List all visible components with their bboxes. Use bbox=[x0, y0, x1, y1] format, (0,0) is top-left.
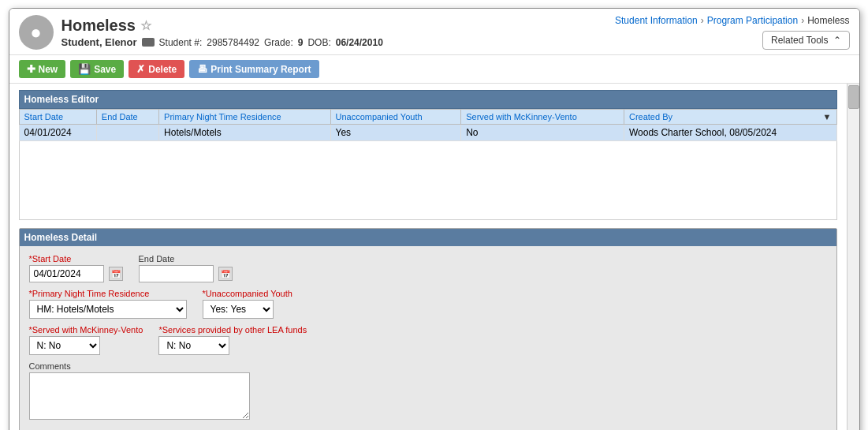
student-number: 2985784492 bbox=[207, 37, 259, 48]
scrollbar[interactable] bbox=[847, 84, 859, 430]
save-icon: 💾 bbox=[78, 63, 91, 75]
comments-textarea[interactable] bbox=[29, 372, 250, 420]
col-end-date[interactable]: End Date bbox=[96, 110, 158, 125]
related-tools-button[interactable]: Related Tools ⌃ bbox=[762, 31, 850, 50]
start-date-input[interactable] bbox=[29, 265, 104, 282]
breadcrumb-student-info[interactable]: Student Information bbox=[615, 15, 698, 26]
col-created-by[interactable]: Created By ▼ bbox=[624, 110, 836, 125]
print-icon: 🖶 bbox=[197, 63, 207, 75]
person-icon: ● bbox=[30, 21, 42, 43]
favorite-icon[interactable]: ☆ bbox=[140, 18, 151, 33]
delete-label: Delete bbox=[148, 64, 177, 75]
header-left: ● Homeless ☆ Student, Elenor Student #: … bbox=[19, 15, 383, 50]
primary-residence-select[interactable]: HM: Hotels/Motels SH: Shelters DB: Doubl… bbox=[29, 300, 187, 319]
table-header-row: Start Date End Date Primary Night Time R… bbox=[19, 110, 836, 125]
title-area: Homeless ☆ Student, Elenor Student #: 29… bbox=[61, 17, 383, 48]
toolbar: ✚ New 💾 Save ✗ Delete 🖶 Print Summary Re… bbox=[9, 55, 859, 84]
print-label: Print Summary Report bbox=[210, 64, 311, 75]
detail-row-comments: Comments bbox=[29, 361, 827, 420]
homeless-detail-header: Homeless Detail bbox=[20, 229, 836, 246]
avatar: ● bbox=[19, 15, 54, 50]
homeless-detail-title: Homeless Detail bbox=[24, 232, 98, 243]
grade-label: Grade: bbox=[264, 37, 293, 48]
header: ● Homeless ☆ Student, Elenor Student #: … bbox=[9, 9, 859, 55]
cell-start-date: 04/01/2024 bbox=[19, 125, 96, 141]
student-info-bar: Student, Elenor Student #: 2985784492 Gr… bbox=[61, 36, 383, 48]
student-number-label: Student #: bbox=[159, 37, 203, 48]
primary-residence-label: *Primary Night Time Residence bbox=[29, 289, 187, 298]
col-primary-residence[interactable]: Primary Night Time Residence bbox=[159, 110, 330, 125]
start-date-field: *Start Date 📅 bbox=[29, 254, 123, 282]
comments-field: Comments bbox=[29, 361, 250, 420]
end-date-calendar-icon[interactable]: 📅 bbox=[218, 267, 233, 281]
col-start-date[interactable]: Start Date bbox=[19, 110, 96, 125]
cell-unaccompanied: Yes bbox=[330, 125, 461, 141]
detail-row-residence: *Primary Night Time Residence HM: Hotels… bbox=[29, 289, 827, 319]
mckinney-label: *Served with McKinney-Vento bbox=[29, 325, 143, 335]
comments-label: Comments bbox=[29, 361, 250, 371]
unaccompanied-youth-field: *Unaccompanied Youth Yes: Yes No: No bbox=[203, 289, 292, 319]
breadcrumb-program-participation[interactable]: Program Participation bbox=[707, 15, 798, 26]
col-served-mckinney[interactable]: Served with McKinney-Vento bbox=[461, 110, 624, 125]
breadcrumb-current: Homeless bbox=[807, 15, 849, 26]
breadcrumb-sep-2: › bbox=[801, 15, 804, 26]
id-card-icon[interactable] bbox=[142, 38, 155, 47]
homeless-editor-title: Homeless Editor bbox=[24, 94, 99, 105]
header-right: Student Information › Program Participat… bbox=[615, 15, 849, 50]
mckinney-select[interactable]: N: No Y: Yes bbox=[29, 336, 100, 355]
save-label: Save bbox=[94, 64, 116, 75]
col-unaccompanied-youth[interactable]: Unaccompanied Youth bbox=[330, 110, 461, 125]
homeless-detail-section: Homeless Detail *Start Date 📅 bbox=[19, 228, 837, 430]
cell-served-mckinney: No bbox=[461, 125, 624, 141]
end-date-input[interactable] bbox=[139, 265, 214, 282]
page-title-text: Homeless bbox=[61, 17, 136, 35]
dob-value: 06/24/2010 bbox=[336, 37, 383, 48]
sort-icon: ▼ bbox=[823, 112, 832, 122]
related-tools-label: Related Tools bbox=[771, 35, 829, 46]
mckinney-field: *Served with McKinney-Vento N: No Y: Yes bbox=[29, 325, 143, 355]
save-button[interactable]: 💾 Save bbox=[70, 60, 124, 78]
breadcrumb-sep-1: › bbox=[701, 15, 704, 26]
primary-residence-field: *Primary Night Time Residence HM: Hotels… bbox=[29, 289, 187, 319]
table-row[interactable]: 04/01/2024 Hotels/Motels Yes No Woods Ch… bbox=[19, 125, 836, 141]
unaccompanied-label: *Unaccompanied Youth bbox=[203, 289, 292, 298]
homeless-editor-table: Start Date End Date Primary Night Time R… bbox=[19, 109, 837, 141]
page-title: Homeless ☆ bbox=[61, 17, 383, 35]
chevron-up-icon: ⌃ bbox=[833, 35, 841, 46]
end-date-label: End Date bbox=[139, 254, 233, 264]
scrollbar-thumb[interactable] bbox=[848, 85, 859, 109]
homeless-editor-header: Homeless Editor bbox=[19, 90, 837, 109]
start-date-calendar-icon[interactable]: 📅 bbox=[109, 267, 123, 281]
print-button[interactable]: 🖶 Print Summary Report bbox=[189, 60, 319, 78]
services-field: *Services provided by other LEA funds N:… bbox=[158, 325, 307, 355]
new-button[interactable]: ✚ New bbox=[19, 60, 66, 78]
cell-end-date bbox=[96, 125, 158, 141]
plus-icon: ✚ bbox=[27, 63, 35, 75]
left-panel: Homeless Editor Start Date End Date Prim… bbox=[9, 84, 847, 430]
breadcrumb: Student Information › Program Participat… bbox=[615, 15, 849, 26]
end-date-row: 📅 bbox=[139, 265, 233, 282]
detail-row-dates: *Start Date 📅 End Date 📅 bbox=[29, 254, 827, 282]
main-content: Homeless Editor Start Date End Date Prim… bbox=[9, 84, 859, 430]
table-empty-area bbox=[19, 141, 837, 220]
grade-value: 9 bbox=[298, 37, 304, 48]
dob-label: DOB: bbox=[307, 37, 330, 48]
delete-button[interactable]: ✗ Delete bbox=[129, 60, 184, 78]
start-date-label: *Start Date bbox=[29, 254, 123, 264]
end-date-field: End Date 📅 bbox=[139, 254, 233, 282]
cell-primary-residence: Hotels/Motels bbox=[159, 125, 330, 141]
services-label: *Services provided by other LEA funds bbox=[158, 325, 307, 335]
start-date-row: 📅 bbox=[29, 265, 123, 282]
new-label: New bbox=[39, 64, 58, 75]
cell-created-by: Woods Charter School, 08/05/2024 bbox=[624, 125, 836, 141]
student-name: Student, Elenor bbox=[61, 36, 137, 48]
delete-icon: ✗ bbox=[136, 63, 145, 75]
detail-row-mckinney: *Served with McKinney-Vento N: No Y: Yes… bbox=[29, 325, 827, 355]
unaccompanied-select[interactable]: Yes: Yes No: No bbox=[203, 300, 274, 319]
detail-body: *Start Date 📅 End Date 📅 bbox=[20, 246, 836, 430]
main-container: ● Homeless ☆ Student, Elenor Student #: … bbox=[9, 8, 860, 430]
services-select[interactable]: N: No Y: Yes bbox=[158, 336, 229, 355]
